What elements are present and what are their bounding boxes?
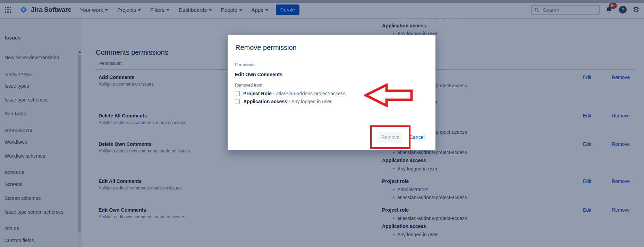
option-label: Project Role - atlassian-addons-project-…	[243, 91, 346, 96]
removed-from-option: Application access - Any logged in user	[235, 97, 346, 105]
permission-field-value: Edit Own Comments	[235, 72, 282, 77]
dialog-title: Remove permission	[235, 44, 297, 52]
cancel-button[interactable]: Cancel	[409, 134, 425, 140]
option-checkbox[interactable]	[235, 99, 240, 104]
removed-from-label: Removed from	[235, 83, 262, 88]
option-label: Application access - Any logged in user	[243, 99, 331, 104]
removed-from-option: Project Role - atlassian-addons-project-…	[235, 89, 346, 97]
annotation-red-rectangle	[370, 125, 410, 149]
permission-field-label: Permission	[235, 62, 255, 67]
removed-from-options: Project Role - atlassian-addons-project-…	[235, 89, 346, 105]
option-checkbox[interactable]	[235, 91, 240, 96]
annotation-red-left-arrow	[364, 83, 413, 107]
